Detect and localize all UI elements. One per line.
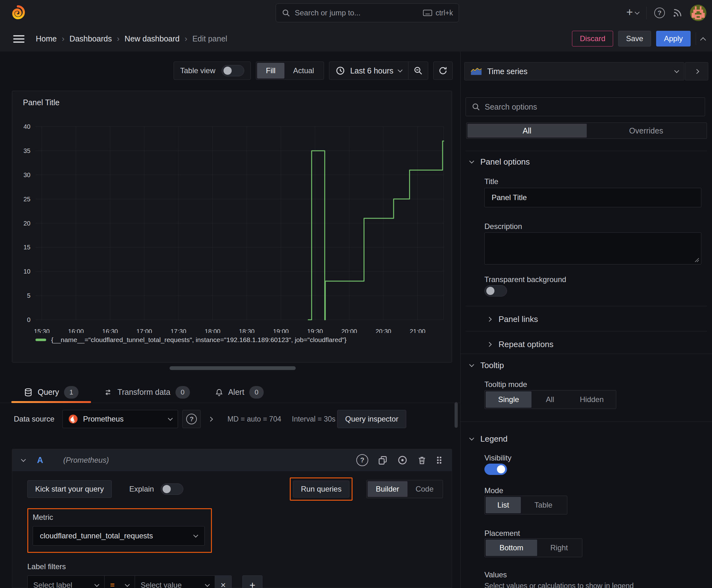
legend-visibility-toggle[interactable] — [484, 464, 507, 475]
news-rss-button[interactable] — [672, 8, 683, 18]
add-filter-button[interactable]: + — [242, 575, 262, 588]
tooltip-section-header[interactable]: Tooltip — [470, 361, 504, 370]
query-count-badge: 1 — [64, 386, 79, 399]
tab-query[interactable]: Query 1 — [11, 382, 91, 403]
save-button[interactable]: Save — [618, 31, 651, 46]
chevron-down-icon — [94, 582, 100, 587]
datasource-picker[interactable]: Prometheus — [63, 410, 178, 428]
datasource-help-button[interactable]: ? — [182, 410, 201, 428]
code-option[interactable]: Code — [408, 481, 442, 497]
delete-query-trash-icon[interactable] — [417, 455, 427, 465]
divider — [696, 33, 696, 45]
svg-text:40: 40 — [24, 123, 30, 130]
collapse-options-pane-button[interactable] — [685, 62, 708, 80]
svg-text:18:30: 18:30 — [239, 328, 255, 333]
chevron-right-icon — [487, 342, 492, 347]
chart-legend[interactable]: {__name__="cloudflared_tunnel_total_requ… — [36, 336, 347, 344]
query-options-expand-icon[interactable] — [208, 417, 213, 422]
visualization-picker[interactable]: Time series — [464, 62, 684, 80]
legend-section-header[interactable]: Legend — [470, 434, 508, 444]
svg-text:0: 0 — [27, 316, 30, 323]
transparent-background-toggle[interactable] — [484, 285, 507, 296]
svg-text:15:30: 15:30 — [34, 328, 50, 333]
tooltip-single-option[interactable]: Single — [486, 391, 532, 408]
select-label-placeholder: Select label — [33, 581, 72, 588]
breadcrumb-dashboards[interactable]: Dashboards — [69, 34, 112, 43]
editor-tabs: Query 1 Transform data 0 Alert 0 — [0, 382, 460, 403]
remove-filter-button[interactable]: × — [215, 575, 232, 588]
metric-select[interactable]: cloudflared_tunnel_total_requests — [33, 526, 205, 546]
tab-overrides[interactable]: Overrides — [587, 124, 706, 138]
svg-text:10: 10 — [24, 268, 30, 275]
fill-actual-segment: Fill Actual — [256, 62, 324, 80]
apply-button[interactable]: Apply — [656, 31, 691, 46]
panel-resize-handle[interactable] — [170, 366, 296, 370]
tab-alert[interactable]: Alert 0 — [202, 382, 276, 403]
chevron-down-icon — [469, 436, 474, 441]
time-range-picker[interactable]: Last 6 hours — [329, 62, 408, 80]
placement-right-option[interactable]: Right — [537, 540, 581, 556]
query-help-icon[interactable]: ? — [356, 454, 368, 466]
refresh-button[interactable] — [433, 62, 453, 80]
panel-options-section-header[interactable]: Panel options — [470, 157, 530, 167]
global-search-input[interactable]: Search or jump to... ctrl+k — [276, 3, 459, 22]
time-series-chart[interactable]: 051015202530354015:3016:0016:3017:0017:3… — [12, 91, 452, 333]
duplicate-query-icon[interactable] — [377, 455, 388, 465]
discard-button[interactable]: Discard — [572, 31, 613, 46]
datasource-row: Data source Prometheus ? MD = auto = 704… — [14, 410, 406, 428]
actual-option[interactable]: Actual — [284, 63, 323, 79]
label-filters-label: Label filters — [27, 562, 443, 571]
collapse-editor-button[interactable] — [701, 37, 705, 41]
svg-text:20: 20 — [24, 220, 30, 227]
select-value-dropdown[interactable]: Select value — [135, 575, 215, 588]
user-avatar[interactable] — [690, 5, 706, 21]
options-search-input[interactable]: Search options — [466, 97, 705, 116]
description-textarea[interactable] — [484, 232, 701, 265]
explain-toggle[interactable] — [161, 483, 184, 495]
legend-values-label: Values — [484, 570, 507, 579]
transform-icon — [104, 388, 112, 397]
query-inspector-button[interactable]: Query inspector — [337, 410, 406, 428]
panel-links-section-header[interactable]: Panel links — [488, 312, 538, 327]
visualization-name: Time series — [487, 67, 670, 76]
svg-text:30: 30 — [24, 171, 30, 178]
legend-list-option[interactable]: List — [486, 497, 521, 513]
options-search-placeholder: Search options — [485, 102, 537, 111]
operator-dropdown[interactable]: = — [104, 575, 135, 588]
collapse-query-icon[interactable] — [21, 457, 26, 462]
select-label-dropdown[interactable]: Select label — [27, 575, 105, 588]
breadcrumb-home[interactable]: Home — [36, 34, 57, 43]
breadcrumb-new-dashboard[interactable]: New dashboard — [125, 34, 179, 43]
panel-title-input[interactable] — [484, 188, 701, 207]
query-row-header[interactable]: A (Prometheus) ? — [12, 449, 452, 471]
bell-icon — [215, 388, 223, 397]
resize-handle-icon[interactable] — [694, 257, 699, 262]
svg-text:17:00: 17:00 — [136, 328, 152, 333]
table-view-toggle[interactable] — [222, 65, 244, 76]
question-icon: ? — [186, 414, 197, 424]
run-queries-button[interactable]: Run queries — [293, 481, 349, 498]
divider — [466, 331, 707, 331]
add-menu-button[interactable]: + — [626, 8, 639, 18]
query-actions-row: Kick start your query Explain Run querie… — [27, 478, 443, 501]
help-button[interactable]: ? — [654, 7, 665, 18]
grafana-logo-icon[interactable] — [10, 5, 26, 21]
hide-response-eye-icon[interactable] — [397, 455, 408, 465]
placement-bottom-option[interactable]: Bottom — [486, 540, 537, 556]
builder-option[interactable]: Builder — [368, 481, 408, 497]
drag-handle-icon[interactable] — [436, 456, 442, 465]
repeat-options-section-header[interactable]: Repeat options — [488, 337, 554, 352]
scrollbar-thumb[interactable] — [455, 402, 458, 428]
tab-all[interactable]: All — [468, 124, 587, 138]
tooltip-hidden-option[interactable]: Hidden — [568, 391, 615, 408]
menu-toggle-button[interactable] — [13, 33, 24, 45]
top-bar: Search or jump to... ctrl+k + ? — [0, 0, 712, 26]
time-picker-group: Last 6 hours — [329, 62, 428, 80]
fill-option[interactable]: Fill — [257, 63, 284, 79]
svg-text:17:30: 17:30 — [170, 328, 186, 333]
tooltip-all-option[interactable]: All — [532, 391, 568, 408]
zoom-out-button[interactable] — [408, 62, 428, 80]
tab-transform-data[interactable]: Transform data 0 — [91, 382, 202, 403]
legend-table-option[interactable]: Table — [521, 497, 566, 513]
kick-start-query-button[interactable]: Kick start your query — [27, 480, 112, 498]
